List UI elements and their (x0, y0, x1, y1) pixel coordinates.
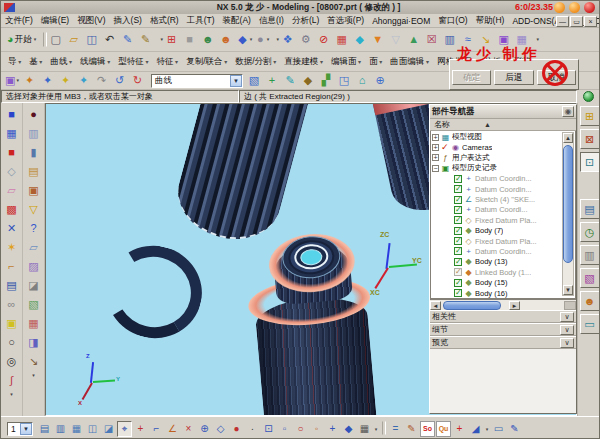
tree-row[interactable]: + ƒ 用户表达式 (431, 153, 545, 163)
chevron-down-icon[interactable]: ▼ (230, 75, 242, 87)
visibility-checkbox[interactable] (454, 175, 462, 183)
restore-button[interactable]: ▭ (570, 16, 583, 27)
sphere-dark-icon[interactable]: ● (25, 105, 43, 123)
visibility-checkbox[interactable] (454, 289, 462, 297)
hatch-box-icon[interactable]: ▨ (25, 257, 43, 275)
assembly-navigator-tab[interactable]: ⊞ (580, 106, 600, 126)
funnel-icon[interactable]: ▼ (371, 31, 387, 48)
expand-toggle[interactable]: − (432, 165, 439, 172)
toolbar-group[interactable]: 编辑面 (327, 56, 365, 68)
menu-item[interactable]: 帮助(H) (472, 14, 509, 28)
filter-target-icon[interactable]: ⊕ (372, 72, 388, 89)
overflow-dot[interactable] (484, 421, 490, 437)
toolbar-group[interactable]: 曲线 (46, 56, 76, 68)
snap-mid-point-icon[interactable]: ⌐ (149, 421, 164, 437)
expand-toggle[interactable] (445, 186, 452, 193)
scroll-left-arrow[interactable]: ◄ (430, 301, 441, 310)
green-box-icon[interactable]: ▧ (25, 295, 43, 313)
layer-stack-icon-1[interactable]: ▤ (37, 421, 52, 437)
display-red-icon[interactable]: ■ (3, 143, 21, 161)
half-box-icon[interactable]: ◪ (25, 276, 43, 294)
scroll-down-arrow[interactable]: ▼ (563, 285, 573, 295)
so-badge-icon[interactable]: So (420, 421, 435, 437)
expand-toggle[interactable] (445, 227, 452, 234)
select-tool-icon-1[interactable]: ✦ (22, 72, 38, 89)
c-ring-part[interactable] (96, 236, 211, 348)
tree-row[interactable]: + Datum Coordin... (431, 246, 545, 256)
undo-icon[interactable]: ↶ (103, 31, 119, 48)
tree-vertical-scrollbar[interactable]: ▲ ▼ (562, 132, 574, 296)
pen-icon[interactable]: ✎ (507, 421, 522, 437)
expand-toggle[interactable] (445, 238, 452, 245)
cylinder-icon[interactable]: ▮ (25, 143, 43, 161)
toolbar-group[interactable]: 特征 (152, 56, 182, 68)
roles-tab[interactable]: ☻ (580, 291, 600, 311)
frame-icon[interactable]: ▭ (491, 421, 506, 437)
filter-home-icon[interactable]: ⌂ (354, 72, 370, 89)
expand-toggle[interactable]: + (432, 154, 439, 161)
report-grid-icon[interactable]: ▦ (335, 31, 351, 48)
component-gear-icon[interactable]: ⚙ (299, 31, 315, 48)
plus-icon[interactable]: + (452, 421, 467, 437)
snap-point-on-curve-icon[interactable]: ∙ (245, 421, 260, 437)
datum-sketch-icon[interactable]: ✎ (139, 31, 155, 48)
filter-hatch-icon[interactable]: ▞ (318, 72, 334, 89)
open-book-icon[interactable]: ▥ (25, 124, 43, 142)
type-filter-icon[interactable]: ▣▾ (4, 72, 20, 89)
tree-row[interactable]: + ◉ Cameras (431, 142, 545, 152)
no-entry-icon[interactable]: ⊘ (317, 31, 333, 48)
menu-item[interactable]: 格式(R) (146, 14, 183, 28)
snap-defined-point-icon[interactable]: + (325, 421, 340, 437)
diamond-icon[interactable]: ◇ (3, 162, 21, 180)
section-preview[interactable]: 预览 ∨ (430, 336, 576, 349)
snap-quadrant-icon[interactable]: ◇ (213, 421, 228, 437)
tree-row[interactable]: ◆ Body (16) (431, 288, 545, 298)
ghost-funnel-icon[interactable]: ▽ (389, 31, 405, 48)
scroll-up-arrow[interactable]: ▲ (563, 133, 573, 143)
chart-icon[interactable]: ▲ (407, 31, 423, 48)
menu-item[interactable]: 首选项(P) (323, 14, 368, 28)
red-grid-icon[interactable]: ▦ (25, 314, 43, 332)
spline-icon[interactable]: ∫ (3, 371, 21, 389)
star-icon[interactable]: ✶ (3, 238, 21, 256)
links-icon[interactable]: ∞ (3, 295, 21, 313)
solid-dropdown-icon[interactable]: ◆▾ (237, 31, 253, 48)
select-tool-icon-2[interactable]: ✦ (40, 72, 56, 89)
layer-stack-icon-3[interactable]: ▦ (69, 421, 84, 437)
visibility-checkbox[interactable] (454, 237, 462, 245)
tray-icon[interactable]: ▽ (25, 200, 43, 218)
sketch-icon[interactable]: ✎ (121, 31, 137, 48)
expand-toggle[interactable] (445, 206, 452, 213)
tree-row[interactable]: ◆ Body (7) (431, 226, 545, 236)
redo-selection-icon[interactable]: ↻ (130, 72, 146, 89)
expand-toggle[interactable] (445, 279, 452, 286)
visibility-checkbox[interactable] (454, 227, 462, 235)
visibility-checkbox[interactable] (454, 185, 462, 193)
qu-badge-icon[interactable]: Qu (436, 421, 451, 437)
new-file-icon[interactable]: ▢ (49, 31, 65, 48)
menu-item[interactable]: 编辑(E) (37, 14, 73, 28)
red-box-icon[interactable]: ▩ (3, 200, 21, 218)
box-icon[interactable]: ▣ (25, 181, 43, 199)
pattern-window-icon[interactable]: ⊞ (165, 31, 181, 48)
draft-triangle-icon[interactable]: ◢ (468, 421, 483, 437)
visibility-checkbox[interactable] (454, 279, 462, 287)
filter-corner-icon[interactable]: ◳ (336, 72, 352, 89)
snap-tangent-icon[interactable]: ○ (293, 421, 308, 437)
visibility-checkbox[interactable] (454, 268, 462, 276)
visibility-checkbox[interactable] (454, 206, 462, 214)
pin-icon[interactable]: ◉ (562, 106, 574, 117)
deselect-icon[interactable]: ↷ (94, 72, 110, 89)
snap-angle-icon[interactable]: ◦ (309, 421, 324, 437)
tree-row[interactable]: + ▦ 模型视图 (431, 132, 545, 142)
book-icon[interactable]: ▤ (3, 276, 21, 294)
table-x-icon[interactable]: ☒ (425, 31, 441, 48)
menu-item[interactable]: 分析(L) (288, 14, 323, 28)
start-button[interactable]: ◕开始▾ (4, 31, 39, 48)
expand-toggle[interactable] (445, 290, 452, 297)
menu-item[interactable]: Ahonggai·EOM (368, 15, 434, 27)
scroll-right-arrow[interactable]: ► (509, 301, 520, 310)
wcs-y-axis[interactable] (389, 264, 417, 268)
menu-item[interactable]: 工具(T) (183, 14, 219, 28)
chevron-down-icon[interactable]: ∨ (560, 325, 574, 335)
